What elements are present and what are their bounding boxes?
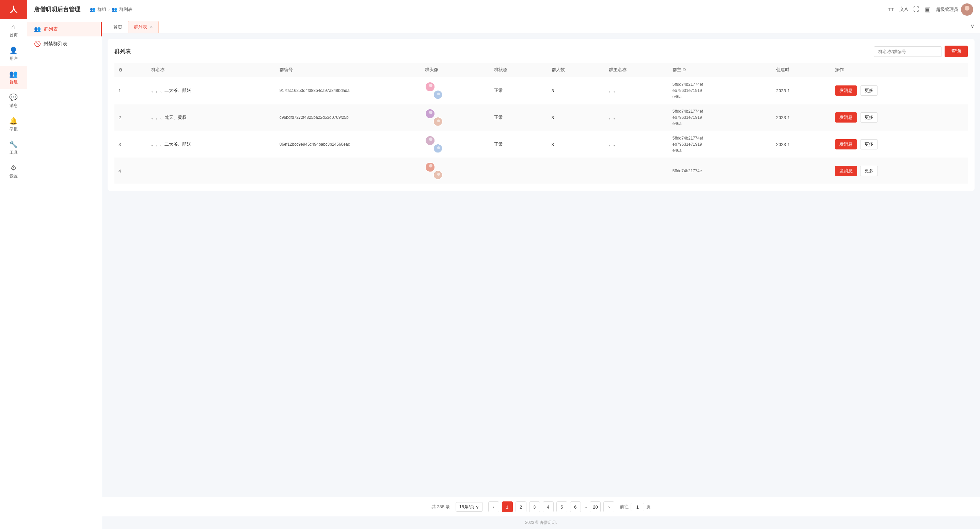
left-nav-group-list-label: 群列表 [44,26,58,32]
svg-point-15 [429,164,433,167]
row-create-time: 2023-1 [772,77,830,104]
tab-group-list-label: 群列表 [134,24,147,30]
prev-page-btn[interactable]: ‹ [488,501,499,512]
svg-point-1 [965,6,969,11]
more-action-btn[interactable]: 更多 [860,112,878,122]
col-settings: ⚙ [115,63,147,77]
sidebar-item-user[interactable]: 👤 用户 [0,42,27,66]
font-size-icon[interactable]: TT [888,6,894,12]
row-owner-id: 5ffdd74b21774efeb79631e71919e46a [668,104,772,131]
page-size-arrow: ∨ [476,505,479,510]
svg-point-13 [437,146,440,149]
tool-icon: 🔧 [9,140,18,148]
sidebar: 人 ⌂ 首页 👤 用户 👥 群组 💬 消息 🔔 举报 🔧 工具 ⚙ 设置 [0,0,27,529]
send-message-btn[interactable]: 发消息 [835,139,857,149]
goto-before-label: 前往 [620,504,628,510]
breadcrumb: 👥 群组 › 👥 群列表 [90,6,132,13]
sidebar-item-home[interactable]: ⌂ 首页 [0,19,27,42]
group-list-nav-icon: 👥 [34,26,41,32]
user-info[interactable]: 超级管理员 [936,3,973,16]
row-code: 86ef12bcc9e945c494babc3b24560eac [275,131,421,158]
row-status [490,158,547,184]
sidebar-item-group-label: 群组 [10,79,18,85]
home-icon: ⌂ [11,23,15,31]
page-size-select[interactable]: 15条/页 ∨ [456,502,483,512]
more-action-btn[interactable]: 更多 [860,86,878,96]
search-button[interactable]: 查询 [945,46,968,57]
page-btn-1[interactable]: 1 [502,501,513,512]
tabs-collapse-icon[interactable]: ∨ [970,23,975,29]
sidebar-item-message[interactable]: 💬 消息 [0,89,27,113]
row-action: 发消息 更多 [831,77,968,104]
row-count: 3 [547,131,605,158]
page-btn-4[interactable]: 4 [543,501,554,512]
row-create-time: 2023-1 [772,104,830,131]
left-nav-banned-list[interactable]: 🚫 封禁群列表 [27,37,102,51]
svg-point-5 [437,92,440,95]
page-goto-input[interactable] [631,503,644,511]
app-title: 唐僧叨叨后台管理 [34,5,80,13]
next-page-btn[interactable]: › [603,501,614,512]
col-count: 群人数 [547,63,605,77]
table-row: 2 。。、梵天、黄权 c96bdfd7272f4825ba22d53d0769f… [115,104,968,131]
send-message-btn[interactable]: 发消息 [835,166,857,176]
row-status: 正常 [490,104,547,131]
row-status: 正常 [490,77,547,104]
page-btn-last[interactable]: 20 [590,501,601,512]
group-icon: 👥 [9,70,18,78]
col-settings-icon[interactable]: ⚙ [118,67,123,73]
col-code: 群编号 [275,63,421,77]
sidebar-item-report-label: 举报 [10,126,18,132]
tab-home[interactable]: 首页 [108,21,128,33]
sidebar-item-tool[interactable]: 🔧 工具 [0,136,27,160]
tab-group-list[interactable]: 群列表 ✕ [128,21,159,33]
tabs: 首页 群列表 ✕ [108,19,159,33]
layout-icon[interactable]: ▣ [925,6,931,13]
more-action-btn[interactable]: 更多 [860,139,878,149]
page-content: 群列表 查询 ⚙ 群名称 群编号 群头 [102,33,980,497]
sidebar-item-message-label: 消息 [10,103,18,109]
row-name: 。。、二大爷、囍妖 [147,77,275,104]
translate-icon[interactable]: 文A [899,6,908,13]
row-count: 3 [547,104,605,131]
header: 唐僧叨叨后台管理 👥 群组 › 👥 群列表 TT 文A ⛶ ▣ 超级管理员 [27,0,980,19]
content-area: 👥 群列表 🚫 封禁群列表 首页 群列表 ✕ [27,19,980,529]
data-table: ⚙ 群名称 群编号 群头像 群状态 群人数 群主名称 群主ID 创建时 操作 [115,63,968,184]
sidebar-item-report[interactable]: 🔔 举报 [0,113,27,136]
page-btn-5[interactable]: 5 [557,501,567,512]
table-header-row: ⚙ 群名称 群编号 群头像 群状态 群人数 群主名称 群主ID 创建时 操作 [115,63,968,77]
row-status: 正常 [490,131,547,158]
page-btn-6[interactable]: 6 [570,501,581,512]
breadcrumb-group-icon: 👥 [90,7,95,12]
table-row: 4 5ffdd74b21774e 发消息 更多 [115,158,968,184]
tab-close-icon[interactable]: ✕ [150,25,153,29]
header-right: TT 文A ⛶ ▣ 超级管理员 [888,3,973,16]
table-title: 群列表 [115,48,131,55]
search-input[interactable] [874,46,942,57]
footer: 2023 © 唐僧叨叨. [102,516,980,529]
row-action: 发消息 更多 [831,158,968,184]
group-avatar [425,135,443,153]
send-message-btn[interactable]: 发消息 [835,86,857,96]
setting-icon: ⚙ [11,164,17,172]
col-status: 群状态 [490,63,547,77]
row-index: 1 [115,77,147,104]
row-action: 发消息 更多 [831,104,968,131]
message-icon: 💬 [9,93,18,102]
table-row: 3 。。、二大爷、囍妖 86ef12bcc9e945c494babc3b2456… [115,131,968,158]
col-owner-id: 群主ID [668,63,772,77]
page-btn-3[interactable]: 3 [529,501,540,512]
fullscreen-icon[interactable]: ⛶ [913,6,920,13]
row-owner-id: 5ffdd74b21774e [668,158,772,184]
row-code [275,158,421,184]
more-action-btn[interactable]: 更多 [860,166,878,176]
page-btn-2[interactable]: 2 [515,501,527,512]
sidebar-item-tool-label: 工具 [10,150,18,156]
row-name: 。。、二大爷、囍妖 [147,131,275,158]
row-owner-name: 。。 [605,131,668,158]
send-message-btn[interactable]: 发消息 [835,112,857,122]
sidebar-item-group[interactable]: 👥 群组 [0,66,27,89]
row-code: c96bdfd7272f4825ba22d53d0769f25b [275,104,421,131]
left-nav-group-list[interactable]: 👥 群列表 [27,22,102,37]
sidebar-item-setting[interactable]: ⚙ 设置 [0,160,27,183]
